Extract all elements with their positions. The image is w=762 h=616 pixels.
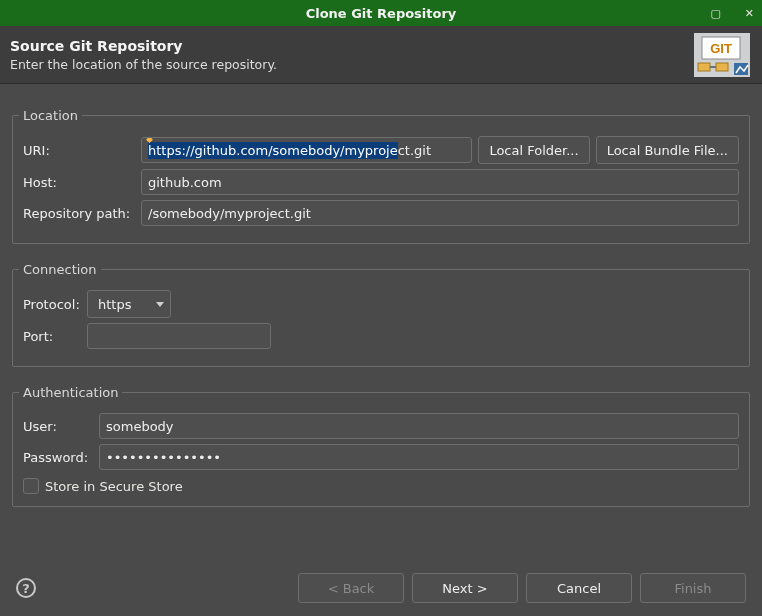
content-assist-icon: ◆ [146, 137, 153, 144]
svg-rect-4 [716, 63, 728, 71]
password-input[interactable]: ••••••••••••••• [99, 444, 739, 470]
wizard-footer: ? < Back Next > Cancel Finish [0, 560, 762, 616]
host-label: Host: [23, 175, 135, 190]
back-button[interactable]: < Back [298, 573, 404, 603]
port-label: Port: [23, 329, 81, 344]
store-secure-checkbox[interactable] [23, 478, 39, 494]
next-button[interactable]: Next > [412, 573, 518, 603]
location-legend: Location [19, 108, 82, 123]
uri-label: URI: [23, 143, 135, 158]
window-close-icon[interactable]: ✕ [745, 8, 754, 19]
user-input[interactable]: somebody [99, 413, 739, 439]
window-maximize-icon[interactable]: ▢ [710, 8, 720, 19]
page-subtitle: Enter the location of the source reposit… [10, 57, 692, 72]
uri-input[interactable]: ◆ https://github.com/somebody/myproject.… [141, 137, 472, 163]
title-bar: Clone Git Repository ▢ ✕ [0, 0, 762, 26]
connection-legend: Connection [19, 262, 101, 277]
port-input[interactable] [87, 323, 271, 349]
repo-path-label: Repository path: [23, 206, 135, 221]
store-secure-label: Store in Secure Store [45, 479, 183, 494]
connection-group: Connection Protocol: https Port: [12, 262, 750, 367]
window-title: Clone Git Repository [0, 6, 762, 21]
svg-rect-3 [698, 63, 710, 71]
protocol-label: Protocol: [23, 297, 81, 312]
location-group: Location URI: ◆ https://github.com/someb… [12, 108, 750, 244]
git-repo-icon: GIT [692, 32, 752, 78]
uri-rest-text: ct.git [398, 143, 431, 158]
finish-button[interactable]: Finish [640, 573, 746, 603]
local-folder-button[interactable]: Local Folder... [478, 136, 589, 164]
password-label: Password: [23, 450, 93, 465]
chevron-down-icon [156, 302, 164, 307]
svg-text:GIT: GIT [710, 41, 732, 56]
window-controls: ▢ ✕ [710, 0, 754, 26]
page-title: Source Git Repository [10, 38, 692, 54]
cancel-button[interactable]: Cancel [526, 573, 632, 603]
authentication-group: Authentication User: somebody Password: … [12, 385, 750, 507]
help-button[interactable]: ? [16, 578, 36, 598]
local-bundle-file-button[interactable]: Local Bundle File... [596, 136, 739, 164]
wizard-header: Source Git Repository Enter the location… [0, 26, 762, 84]
protocol-select[interactable]: https [87, 290, 171, 318]
user-label: User: [23, 419, 93, 434]
host-input[interactable]: github.com [141, 169, 739, 195]
uri-selected-text: https://github.com/somebody/myproje [148, 142, 398, 159]
protocol-value: https [98, 297, 131, 312]
authentication-legend: Authentication [19, 385, 122, 400]
repo-path-input[interactable]: /somebody/myproject.git [141, 200, 739, 226]
